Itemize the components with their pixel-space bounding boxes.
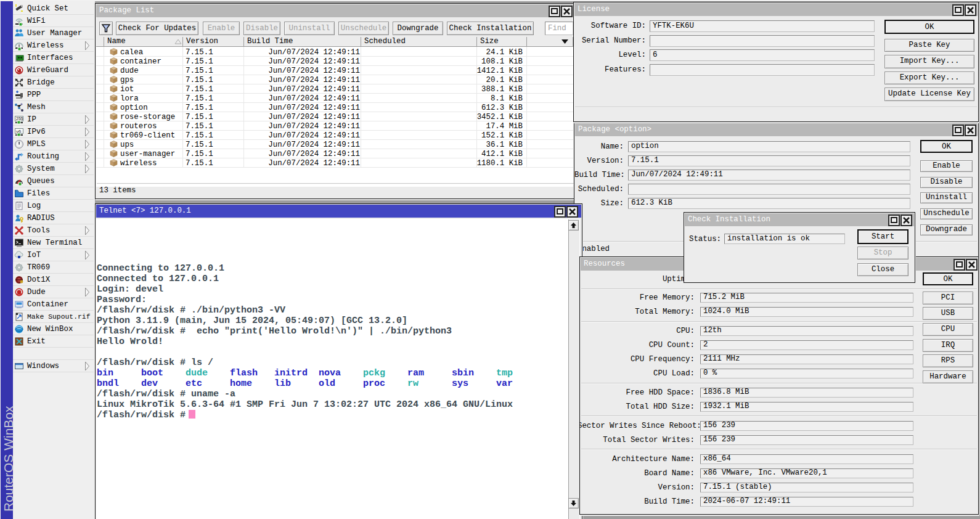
svg-text:255: 255 [16,116,23,121]
